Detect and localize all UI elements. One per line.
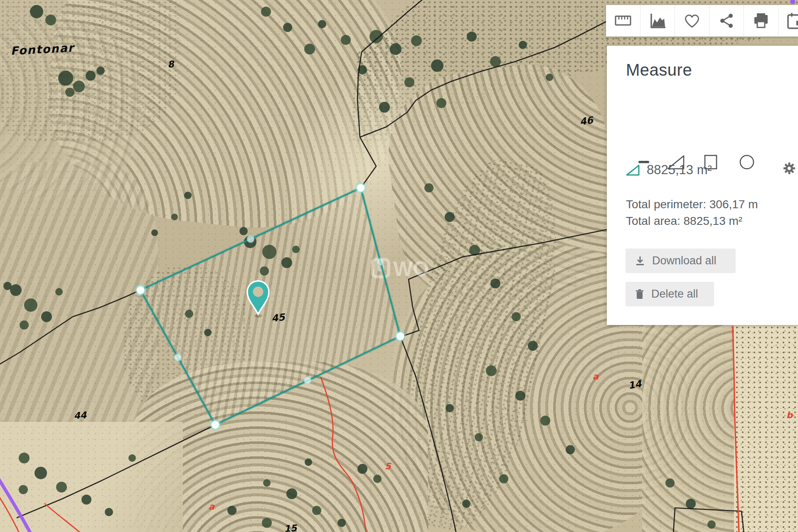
delete-all-button[interactable]: Delete all [626,282,714,306]
tree [379,102,390,113]
tree [96,66,105,75]
polygon-midpoint-handle[interactable] [304,377,311,384]
print-icon [752,12,770,30]
tree [404,77,414,87]
measured-polygon-outline [140,188,400,425]
tree [10,284,22,296]
utility-purple-dot [790,0,795,4]
tree [86,71,96,81]
tree [184,192,192,199]
total-perimeter-text: Total perimeter: 306,17 m [626,196,758,213]
tree [318,20,326,28]
pin-body [247,281,269,314]
tree [56,482,67,493]
parcel-number-label: 44 [74,410,88,421]
tree [369,30,383,43]
tree [431,59,443,72]
place-label: Fontonar [10,41,75,57]
polygon-midpoint-handles [175,236,384,384]
cadastral-boundary-line [673,508,744,532]
cadastral-red-line [321,377,366,532]
red-annotation-label: 5 [385,461,392,471]
tree [304,44,315,54]
share-button[interactable] [709,5,744,37]
heart-icon [683,12,701,30]
measurement-area-value: 8825,13 m² [647,163,712,177]
tree [528,341,538,351]
polygon-midpoint-handle[interactable] [247,236,254,242]
gear-icon [782,161,796,175]
parcel-number-label: 45 [271,312,286,324]
cadastral-red-line [0,495,20,532]
total-area-text: Total area: 8825,13 m² [626,213,758,229]
delete-all-label: Delete all [651,288,698,300]
measure-circle-tool[interactable] [738,153,756,171]
tree [566,445,575,454]
polygon-vertex-handle[interactable] [394,330,406,342]
download-all-button[interactable]: Download all [626,249,736,273]
tree [261,7,271,17]
tree [73,81,85,92]
favorite-button[interactable] [675,5,709,37]
watermark-text: WO [393,257,429,281]
tree [686,499,696,509]
tree [445,212,455,222]
tree [546,74,553,81]
tree [512,312,521,321]
tree [424,183,433,192]
print-button[interactable] [744,5,778,37]
location-pin-marker[interactable] [247,281,269,318]
tree [357,464,367,474]
trash-icon [635,289,645,300]
cadastral-red-line [733,327,739,532]
tree [128,454,136,462]
red-annotation-label: a [593,372,599,382]
tree [239,227,248,235]
cadastral-red-lines [0,327,739,532]
cadastral-boundary-line [400,336,456,532]
red-annotation-label: b [786,410,793,420]
tree [446,404,454,412]
tree [151,229,158,236]
polygon-vertex-handle[interactable] [209,419,221,431]
tree [490,278,500,288]
elevation-profile-button[interactable] [640,5,675,37]
tree [19,485,28,494]
calendar-icon [786,12,798,30]
tree [263,479,271,487]
share-icon [718,12,735,30]
area-measurement-icon [626,164,640,176]
download-all-label: Download all [652,254,717,267]
circle-tool-icon [739,154,755,170]
measurement-settings-button[interactable] [782,161,797,176]
tree [281,257,292,268]
tree [3,282,12,290]
tree [204,329,212,336]
tree [337,519,346,527]
measure-tool-button[interactable] [606,5,640,37]
polygon-vertex-handle[interactable] [355,182,367,194]
tree [105,508,113,516]
parcel-number-label: 15 [284,523,298,532]
polygon-midpoint-handle[interactable] [175,354,181,361]
tree [30,5,43,18]
calendar-button[interactable] [778,5,798,37]
tree [171,214,178,220]
parcel-number-label: 14 [627,378,643,391]
tree [45,15,56,25]
app-window: WO [0,0,798,532]
polygon-midpoint-handle[interactable] [377,259,384,265]
tree [462,500,470,508]
tree [305,458,312,466]
red-annotation-label: a [209,502,215,512]
tree [24,298,37,312]
polygon-vertex-handle[interactable] [135,284,146,296]
tree [34,467,47,479]
tree [515,391,525,401]
tree [373,475,382,483]
map-toolbar [606,5,798,37]
measure-panel: Measure 8825,13 m² [607,46,798,325]
tree [262,518,272,528]
tree [227,506,236,515]
tree [707,520,716,529]
